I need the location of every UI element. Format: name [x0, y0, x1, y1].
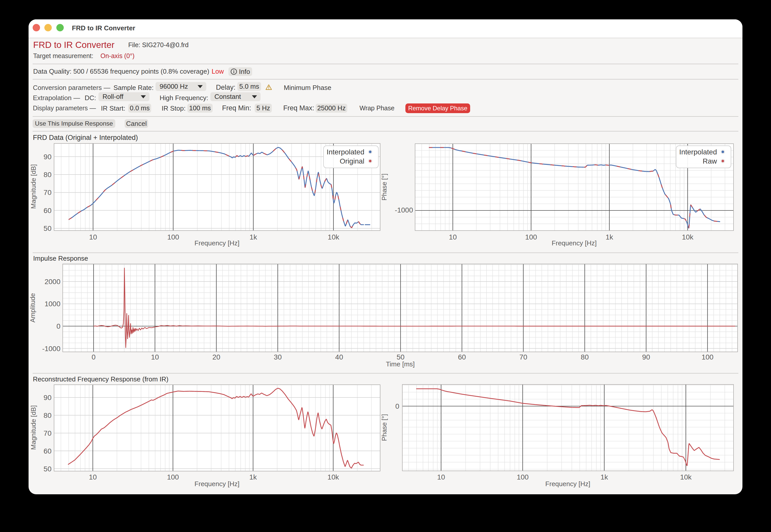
svg-text:50: 50 [397, 353, 405, 361]
svg-text:10: 10 [89, 233, 97, 241]
svg-text:100: 100 [167, 473, 179, 481]
svg-text:100: 100 [525, 233, 537, 241]
svg-text:10k: 10k [327, 473, 339, 481]
svg-text:90: 90 [44, 153, 51, 161]
svg-text:-1000: -1000 [395, 206, 413, 214]
svg-text:90: 90 [44, 394, 51, 402]
svg-text:100: 100 [702, 353, 714, 361]
svg-text:1k: 1k [606, 233, 614, 241]
svg-text:Magnitude [dB]: Magnitude [dB] [30, 405, 37, 450]
svg-text:10: 10 [89, 473, 97, 481]
svg-text:2000: 2000 [45, 278, 60, 286]
svg-text:100: 100 [517, 473, 529, 481]
svg-text:10: 10 [151, 353, 159, 361]
svg-text:1k: 1k [249, 473, 257, 481]
svg-text:20: 20 [212, 353, 220, 361]
svg-text:Frequency [Hz]: Frequency [Hz] [194, 239, 239, 247]
svg-text:1000: 1000 [45, 300, 60, 308]
svg-text:80: 80 [581, 353, 589, 361]
svg-text:30: 30 [274, 353, 282, 361]
svg-text:60: 60 [44, 207, 51, 215]
svg-text:10k: 10k [680, 473, 692, 481]
svg-text:Frequency [Hz]: Frequency [Hz] [545, 480, 590, 488]
svg-text:Frequency [Hz]: Frequency [Hz] [194, 480, 239, 488]
svg-text:Amplitude: Amplitude [29, 293, 36, 323]
svg-text:Interpolated: Interpolated [679, 148, 717, 156]
svg-text:50: 50 [44, 465, 51, 473]
svg-text:1k: 1k [601, 473, 608, 481]
svg-text:Phase [°]: Phase [°] [380, 174, 388, 201]
svg-text:Original: Original [340, 157, 364, 165]
svg-text:80: 80 [44, 411, 51, 419]
svg-text:0: 0 [395, 402, 399, 410]
svg-text:0: 0 [56, 322, 60, 330]
svg-text:Magnitude [dB]: Magnitude [dB] [30, 164, 37, 209]
svg-text:Phase [°]: Phase [°] [380, 414, 388, 441]
svg-text:40: 40 [335, 353, 343, 361]
svg-text:100: 100 [167, 233, 179, 241]
svg-text:0: 0 [91, 353, 96, 361]
svg-text:90: 90 [642, 353, 650, 361]
svg-text:-1000: -1000 [42, 345, 60, 353]
svg-text:10: 10 [449, 233, 457, 241]
svg-text:10k: 10k [327, 233, 339, 241]
svg-text:1k: 1k [249, 233, 257, 241]
svg-text:70: 70 [44, 429, 51, 437]
svg-text:Interpolated: Interpolated [326, 148, 364, 156]
svg-text:Frequency [Hz]: Frequency [Hz] [552, 239, 597, 247]
svg-text:60: 60 [458, 353, 466, 361]
svg-text:Raw: Raw [703, 157, 717, 165]
svg-text:80: 80 [44, 171, 51, 179]
svg-text:60: 60 [44, 447, 51, 455]
svg-text:Time [ms]: Time [ms] [386, 360, 415, 368]
svg-text:50: 50 [44, 224, 51, 232]
svg-text:70: 70 [44, 189, 51, 196]
svg-text:10: 10 [437, 473, 445, 481]
svg-text:10k: 10k [682, 233, 694, 241]
svg-text:70: 70 [519, 353, 527, 361]
